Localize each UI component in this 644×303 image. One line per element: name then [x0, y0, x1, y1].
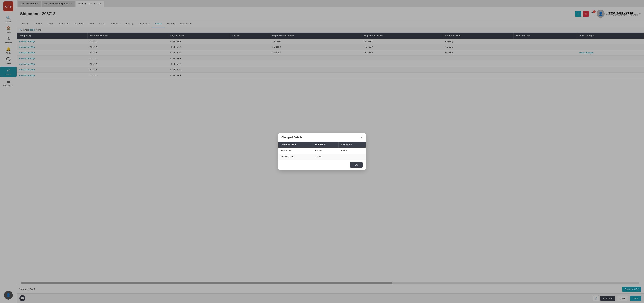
- modal-table-row: Equipment Frozen 3.5Ton: [278, 148, 366, 154]
- modal-body: Changed Field Old Value New Value Equipm…: [278, 142, 366, 160]
- modal-table-header: Changed Field Old Value New Value: [278, 142, 366, 148]
- col-changed-field: Changed Field: [278, 142, 313, 148]
- modal-cell-new-value: [338, 154, 366, 160]
- col-new-value: New Value: [338, 142, 366, 148]
- modal-title: Changed Details: [282, 136, 302, 139]
- modal-footer: Ok: [278, 160, 366, 170]
- modal-close-button[interactable]: ✕: [360, 136, 362, 139]
- modal-overlay[interactable]: Changed Details ✕ Changed Field Old Valu…: [0, 0, 644, 303]
- modal-table-row: Service Level 1 Day: [278, 154, 366, 160]
- modal-header: Changed Details ✕: [278, 133, 366, 142]
- col-old-value: Old Value: [313, 142, 338, 148]
- modal-cell-old-value: Frozen: [313, 148, 338, 154]
- changed-details-modal: Changed Details ✕ Changed Field Old Valu…: [278, 133, 366, 170]
- modal-cell-field: Service Level: [278, 154, 313, 160]
- modal-cell-field: Equipment: [278, 148, 313, 154]
- modal-cell-old-value: 1 Day: [313, 154, 338, 160]
- modal-cell-new-value: 3.5Ton: [338, 148, 366, 154]
- ok-button[interactable]: Ok: [350, 162, 362, 168]
- changed-details-table: Changed Field Old Value New Value Equipm…: [278, 142, 366, 160]
